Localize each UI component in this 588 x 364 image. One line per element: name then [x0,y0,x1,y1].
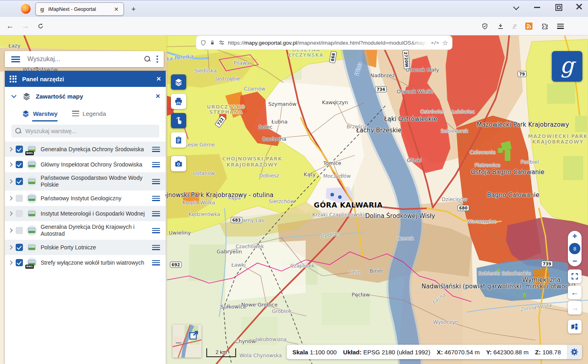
expand-chevron-icon[interactable] [8,179,12,183]
url-text[interactable]: https://mapy.geoportal.gov.pl/imapnext/i… [228,40,428,46]
layer-label: Instytut Meteorologii i Gospodarki Wodne… [41,210,148,217]
layer-thumbnail-icon: WMS [27,159,37,170]
layer-checkbox[interactable] [16,227,23,234]
download-icon[interactable] [497,23,504,30]
layer-checkbox[interactable] [16,195,23,202]
zoom-in-button[interactable]: + [572,232,577,240]
more-options-icon[interactable] [156,56,158,63]
gear-icon [570,348,578,356]
select-touch-tool-button[interactable] [171,113,186,128]
layer-menu-icon[interactable] [152,196,160,201]
layer-menu-icon[interactable] [152,147,160,152]
geoportal-logo-button[interactable]: g [552,51,582,82]
screenshot-tool-button[interactable] [171,156,186,171]
reader-code-icon[interactable]: </> [431,40,439,45]
tab-warstwy[interactable]: Warstwy [22,105,58,121]
layer-label: Główny Inspektorat Ochrony Środowiska [41,161,148,168]
extensions-puzzle-icon[interactable] [541,23,548,30]
layer-menu-icon[interactable] [152,260,160,265]
translate-icon[interactable]: Ƶ [513,23,516,30]
section-close-button[interactable]: × [156,92,160,101]
layer-thumbnail-icon: WMS [27,242,37,253]
tab-legenda[interactable]: Legenda [72,105,106,121]
layer-checkbox[interactable] [16,146,23,153]
forward-button[interactable]: → [20,21,31,31]
shield-check-icon[interactable] [481,23,488,30]
layers-icon [22,109,30,117]
fullscreen-button[interactable] [568,269,582,283]
map-content-section: Zawartość mapy × [5,87,166,105]
layer-row[interactable]: WMS Państwowe Gospodarstwo Wodne Wody Po… [5,172,166,191]
chevron-down-icon[interactable] [11,93,16,98]
layer-checkbox[interactable] [16,259,23,266]
reload-button[interactable] [35,21,46,31]
layer-checkbox[interactable] [16,161,23,168]
layer-menu-icon[interactable] [152,211,160,216]
search-input[interactable]: Wyszukaj... [27,56,144,63]
overview-expand-button[interactable] [189,330,199,340]
menu-icon[interactable] [11,56,20,62]
search-icon[interactable] [144,56,151,62]
layer-row[interactable]: WMS Generalna Dyrekcja Ochrony Środowisk… [5,142,166,157]
y-coordinate: Y: 642300.88 m [486,349,529,356]
list-tabs-icon[interactable] [513,4,520,10]
expand-chevron-icon[interactable] [8,228,12,232]
layer-label: Państwowe Gospodarstwo Wodne Wody Polski… [41,175,148,188]
url-bar[interactable]: https://mapy.geoportal.gov.pl/imapnext/i… [196,36,452,49]
print-tool-button[interactable] [171,94,186,109]
layer-menu-icon[interactable] [152,162,160,167]
shield-icon[interactable] [200,40,206,46]
layer-menu-icon[interactable] [152,228,160,233]
expand-chevron-icon[interactable] [8,245,12,249]
layer-checkbox[interactable] [16,244,23,251]
new-tab-button[interactable]: + [130,5,138,14]
clipboard-tool-button[interactable] [171,132,186,148]
tab-favicon: g [39,6,45,12]
clipboard-icon [174,136,183,144]
street-view-button[interactable] [568,320,582,333]
browser-tab[interactable]: g iMapNext - Geoportal ✕ [35,2,124,16]
layer-checkbox[interactable] [16,178,23,185]
layer-row[interactable]: WMS Polskie Porty Lotnicze [5,240,166,255]
minimize-button[interactable] [534,4,541,10]
layer-row[interactable]: WMS Główny Inspektorat Ochrony Środowisk… [5,157,166,172]
app-menu-icon[interactable] [557,24,564,29]
bookmark-star-icon[interactable]: ☆ [442,39,448,47]
back-button[interactable]: ← [5,21,15,31]
map-settings-button[interactable] [567,345,582,359]
map-search-bar[interactable]: Wyszukaj... [5,51,164,67]
layer-thumbnail-icon: WMS [27,225,37,236]
forward-arrow-icon: → [571,303,579,313]
expand-chevron-icon[interactable] [8,211,12,216]
print-icon [174,97,183,106]
layer-thumbnail-icon: WMS [27,208,37,219]
layer-list: WMS Generalna Dyrekcja Ochrony Środowisk… [5,142,166,270]
expand-chevron-icon[interactable] [8,260,12,265]
layer-menu-icon[interactable] [152,245,160,250]
layer-label: Generalna Dyrekcja Ochrony Środowiska [41,146,148,153]
expand-chevron-icon[interactable] [8,196,12,200]
layers-tool-button[interactable] [171,74,186,90]
expand-chevron-icon[interactable] [8,162,12,167]
expand-chevron-icon[interactable] [8,147,12,151]
layer-row[interactable]: WMS Generalna Dyrekcja Dróg Krajowych i … [5,221,166,240]
layer-row[interactable]: WMS Instytut Meteorologii i Gospodarki W… [5,206,166,221]
zoom-out-button[interactable]: − [572,257,577,265]
tab-close-icon[interactable]: ✕ [112,6,120,12]
layer-menu-icon[interactable] [152,179,160,184]
close-window-button[interactable] [576,4,582,10]
layer-checkbox[interactable] [16,210,23,217]
layer-search-field[interactable]: Wyszukaj warstwę... [11,125,159,138]
history-forward-button[interactable]: → [568,301,582,315]
section-title: Zawartość mapy [36,93,156,100]
rss-icon[interactable] [525,23,532,30]
panel-close-button[interactable]: × [156,74,161,83]
permissions-icon[interactable] [218,40,225,45]
history-back-button[interactable]: ← [568,286,582,299]
geoportal-logo: g [560,53,574,78]
layer-row[interactable]: WMS Strefy wyłączone wokół turbin wiatro… [5,255,166,270]
z-coordinate: Z: 108.78 [535,349,561,356]
lock-icon[interactable] [210,40,215,45]
maximize-button[interactable] [555,4,561,10]
layer-row[interactable]: WMS Państwowy Instytut Geologiczny [5,191,166,206]
